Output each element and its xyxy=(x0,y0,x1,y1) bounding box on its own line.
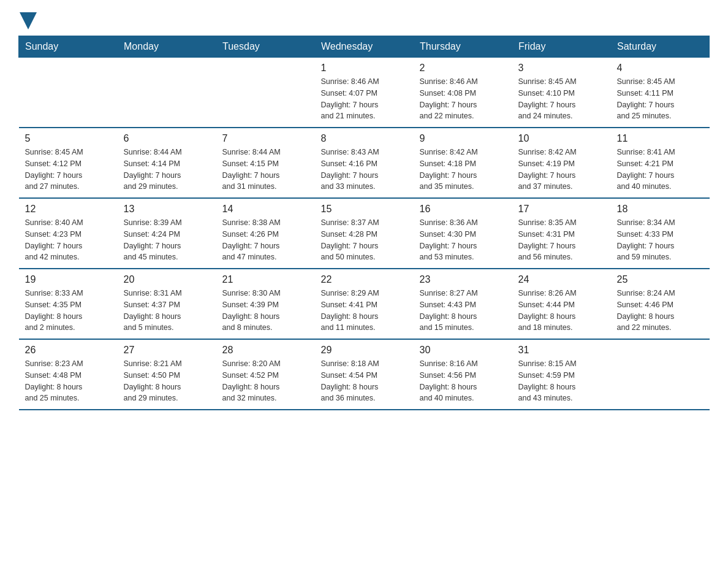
calendar-cell: 6Sunrise: 8:44 AM Sunset: 4:14 PM Daylig… xyxy=(118,128,216,198)
calendar-cell: 12Sunrise: 8:40 AM Sunset: 4:23 PM Dayli… xyxy=(19,198,118,269)
calendar-cell: 11Sunrise: 8:41 AM Sunset: 4:21 PM Dayli… xyxy=(611,128,710,198)
calendar-cell: 13Sunrise: 8:39 AM Sunset: 4:24 PM Dayli… xyxy=(118,198,216,269)
logo[interactable] xyxy=(18,12,37,29)
day-info: Sunrise: 8:40 AM Sunset: 4:23 PM Dayligh… xyxy=(25,217,112,263)
calendar-cell: 8Sunrise: 8:43 AM Sunset: 4:16 PM Daylig… xyxy=(315,128,414,198)
calendar-cell xyxy=(118,58,216,128)
day-info: Sunrise: 8:43 AM Sunset: 4:16 PM Dayligh… xyxy=(321,147,408,193)
calendar-cell: 2Sunrise: 8:46 AM Sunset: 4:08 PM Daylig… xyxy=(414,58,512,128)
calendar-cell: 3Sunrise: 8:45 AM Sunset: 4:10 PM Daylig… xyxy=(512,58,611,128)
day-number: 27 xyxy=(124,345,210,356)
day-number: 23 xyxy=(420,274,506,285)
day-info: Sunrise: 8:33 AM Sunset: 4:35 PM Dayligh… xyxy=(25,288,112,334)
day-info: Sunrise: 8:30 AM Sunset: 4:39 PM Dayligh… xyxy=(222,288,309,334)
day-number: 19 xyxy=(25,274,112,285)
day-info: Sunrise: 8:45 AM Sunset: 4:11 PM Dayligh… xyxy=(617,76,703,122)
day-number: 5 xyxy=(25,133,112,144)
calendar-cell: 4Sunrise: 8:45 AM Sunset: 4:11 PM Daylig… xyxy=(611,58,710,128)
calendar-cell: 5Sunrise: 8:45 AM Sunset: 4:12 PM Daylig… xyxy=(19,128,118,198)
day-info: Sunrise: 8:36 AM Sunset: 4:30 PM Dayligh… xyxy=(420,217,506,263)
svg-marker-0 xyxy=(20,12,37,29)
calendar-cell: 1Sunrise: 8:46 AM Sunset: 4:07 PM Daylig… xyxy=(315,58,414,128)
day-info: Sunrise: 8:21 AM Sunset: 4:50 PM Dayligh… xyxy=(124,358,210,404)
day-info: Sunrise: 8:37 AM Sunset: 4:28 PM Dayligh… xyxy=(321,217,408,263)
day-number: 26 xyxy=(25,345,112,356)
calendar-cell: 22Sunrise: 8:29 AM Sunset: 4:41 PM Dayli… xyxy=(315,269,414,339)
day-number: 17 xyxy=(518,204,605,215)
day-info: Sunrise: 8:29 AM Sunset: 4:41 PM Dayligh… xyxy=(321,288,408,334)
day-info: Sunrise: 8:31 AM Sunset: 4:37 PM Dayligh… xyxy=(124,288,210,334)
day-info: Sunrise: 8:27 AM Sunset: 4:43 PM Dayligh… xyxy=(420,288,506,334)
calendar-cell: 24Sunrise: 8:26 AM Sunset: 4:44 PM Dayli… xyxy=(512,269,611,339)
day-number: 1 xyxy=(321,63,408,74)
calendar-cell: 18Sunrise: 8:34 AM Sunset: 4:33 PM Dayli… xyxy=(611,198,710,269)
day-number: 11 xyxy=(617,133,703,144)
calendar-week-row: 5Sunrise: 8:45 AM Sunset: 4:12 PM Daylig… xyxy=(19,128,710,198)
weekday-header-friday: Friday xyxy=(512,36,611,58)
day-info: Sunrise: 8:46 AM Sunset: 4:07 PM Dayligh… xyxy=(321,76,408,122)
day-info: Sunrise: 8:34 AM Sunset: 4:33 PM Dayligh… xyxy=(617,217,703,263)
calendar-cell: 26Sunrise: 8:23 AM Sunset: 4:48 PM Dayli… xyxy=(19,339,118,410)
calendar-week-row: 19Sunrise: 8:33 AM Sunset: 4:35 PM Dayli… xyxy=(19,269,710,339)
day-number: 24 xyxy=(518,274,605,285)
day-info: Sunrise: 8:24 AM Sunset: 4:46 PM Dayligh… xyxy=(617,288,703,334)
calendar-cell: 27Sunrise: 8:21 AM Sunset: 4:50 PM Dayli… xyxy=(118,339,216,410)
logo-icon xyxy=(20,12,37,29)
day-info: Sunrise: 8:45 AM Sunset: 4:10 PM Dayligh… xyxy=(518,76,605,122)
calendar-cell: 23Sunrise: 8:27 AM Sunset: 4:43 PM Dayli… xyxy=(414,269,512,339)
calendar-cell xyxy=(216,58,315,128)
calendar-week-row: 26Sunrise: 8:23 AM Sunset: 4:48 PM Dayli… xyxy=(19,339,710,410)
weekday-header-tuesday: Tuesday xyxy=(216,36,315,58)
day-number: 10 xyxy=(518,133,605,144)
day-number: 12 xyxy=(25,204,112,215)
day-number: 6 xyxy=(124,133,210,144)
day-info: Sunrise: 8:38 AM Sunset: 4:26 PM Dayligh… xyxy=(222,217,309,263)
weekday-header-wednesday: Wednesday xyxy=(315,36,414,58)
day-info: Sunrise: 8:16 AM Sunset: 4:56 PM Dayligh… xyxy=(420,358,506,404)
day-number: 29 xyxy=(321,345,408,356)
day-number: 30 xyxy=(420,345,506,356)
calendar-cell: 28Sunrise: 8:20 AM Sunset: 4:52 PM Dayli… xyxy=(216,339,315,410)
calendar-week-row: 1Sunrise: 8:46 AM Sunset: 4:07 PM Daylig… xyxy=(19,58,710,128)
day-info: Sunrise: 8:15 AM Sunset: 4:59 PM Dayligh… xyxy=(518,358,605,404)
day-number: 25 xyxy=(617,274,703,285)
calendar-cell: 10Sunrise: 8:42 AM Sunset: 4:19 PM Dayli… xyxy=(512,128,611,198)
calendar-body: 1Sunrise: 8:46 AM Sunset: 4:07 PM Daylig… xyxy=(19,58,710,410)
calendar-cell: 16Sunrise: 8:36 AM Sunset: 4:30 PM Dayli… xyxy=(414,198,512,269)
calendar-cell: 20Sunrise: 8:31 AM Sunset: 4:37 PM Dayli… xyxy=(118,269,216,339)
calendar-table: SundayMondayTuesdayWednesdayThursdayFrid… xyxy=(18,36,710,410)
day-number: 22 xyxy=(321,274,408,285)
calendar-week-row: 12Sunrise: 8:40 AM Sunset: 4:23 PM Dayli… xyxy=(19,198,710,269)
calendar-cell xyxy=(19,58,118,128)
day-info: Sunrise: 8:46 AM Sunset: 4:08 PM Dayligh… xyxy=(420,76,506,122)
day-number: 28 xyxy=(222,345,309,356)
weekday-header-row: SundayMondayTuesdayWednesdayThursdayFrid… xyxy=(19,36,710,58)
calendar-cell: 25Sunrise: 8:24 AM Sunset: 4:46 PM Dayli… xyxy=(611,269,710,339)
day-info: Sunrise: 8:23 AM Sunset: 4:48 PM Dayligh… xyxy=(25,358,112,404)
day-info: Sunrise: 8:44 AM Sunset: 4:15 PM Dayligh… xyxy=(222,147,309,193)
day-number: 20 xyxy=(124,274,210,285)
calendar-cell: 31Sunrise: 8:15 AM Sunset: 4:59 PM Dayli… xyxy=(512,339,611,410)
calendar-cell: 15Sunrise: 8:37 AM Sunset: 4:28 PM Dayli… xyxy=(315,198,414,269)
day-number: 16 xyxy=(420,204,506,215)
day-number: 14 xyxy=(222,204,309,215)
calendar-cell: 29Sunrise: 8:18 AM Sunset: 4:54 PM Dayli… xyxy=(315,339,414,410)
page-header xyxy=(18,12,710,29)
day-number: 15 xyxy=(321,204,408,215)
day-info: Sunrise: 8:39 AM Sunset: 4:24 PM Dayligh… xyxy=(124,217,210,263)
calendar-cell xyxy=(611,339,710,410)
calendar-cell: 9Sunrise: 8:42 AM Sunset: 4:18 PM Daylig… xyxy=(414,128,512,198)
calendar-cell: 19Sunrise: 8:33 AM Sunset: 4:35 PM Dayli… xyxy=(19,269,118,339)
day-number: 8 xyxy=(321,133,408,144)
weekday-header-monday: Monday xyxy=(118,36,216,58)
day-number: 2 xyxy=(420,63,506,74)
day-number: 21 xyxy=(222,274,309,285)
weekday-header-saturday: Saturday xyxy=(611,36,710,58)
day-number: 13 xyxy=(124,204,210,215)
day-number: 18 xyxy=(617,204,703,215)
calendar-cell: 30Sunrise: 8:16 AM Sunset: 4:56 PM Dayli… xyxy=(414,339,512,410)
day-number: 7 xyxy=(222,133,309,144)
day-number: 4 xyxy=(617,63,703,74)
day-info: Sunrise: 8:45 AM Sunset: 4:12 PM Dayligh… xyxy=(25,147,112,193)
day-info: Sunrise: 8:20 AM Sunset: 4:52 PM Dayligh… xyxy=(222,358,309,404)
